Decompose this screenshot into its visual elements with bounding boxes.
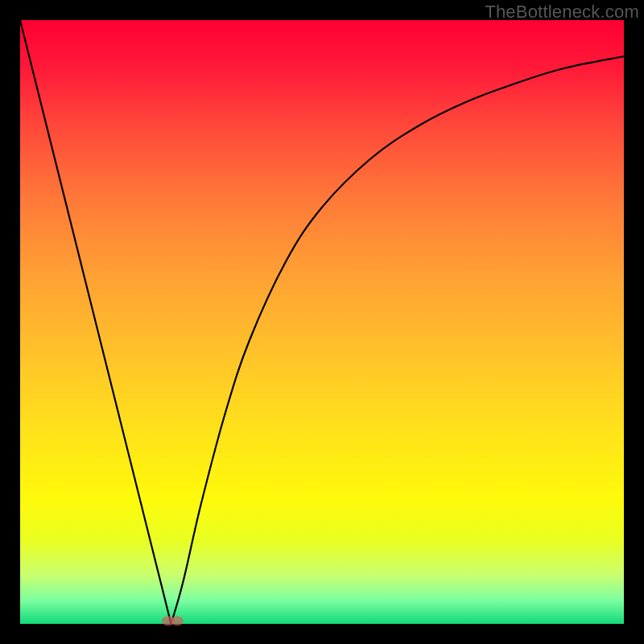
chart-frame	[20, 20, 624, 624]
bottleneck-curve	[20, 20, 624, 624]
vertex-marker	[171, 616, 184, 625]
vertex-markers	[162, 616, 184, 625]
chart-svg	[20, 20, 624, 624]
